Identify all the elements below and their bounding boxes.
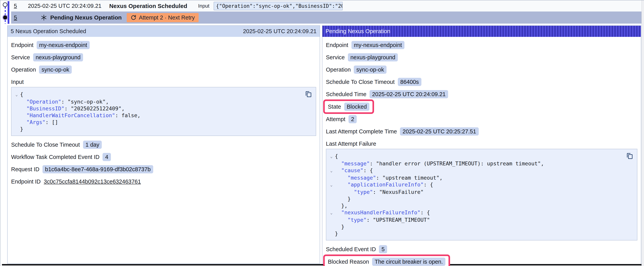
code-line: } [328, 230, 625, 237]
json-value: { [335, 153, 338, 159]
field-row: Operationsync-op-ok [11, 66, 72, 74]
scrollbar[interactable] [642, 1, 644, 266]
field-value-chip: nexus-playground [33, 53, 83, 61]
code-text: "cause": { [335, 167, 373, 174]
code-text: "type": "UPSTREAM_TIMEOUT" [335, 216, 430, 223]
field-row: Servicenexus-playground [11, 54, 83, 61]
code-gutter [13, 126, 20, 132]
code-line: "Operation": "sync-op-ok", [13, 98, 304, 105]
pending-fields-bottom: Scheduled Event ID5Blocked ReasonThe cir… [326, 245, 637, 266]
code-line: "type": "UPSTREAM_TIMEOUT" [328, 216, 625, 223]
json-key: "message" [335, 175, 376, 181]
chevron-down-icon[interactable]: ⌄ [328, 153, 335, 160]
json-value: : [] [46, 119, 58, 125]
code-text: { [335, 153, 338, 160]
field-row: Endpointmy-nexus-endpoint [326, 41, 404, 49]
field-label: Request ID [11, 166, 39, 173]
event-title: Nexus Operation Scheduled [109, 3, 187, 9]
code-gutter [13, 112, 20, 119]
chevron-down-icon[interactable]: ⌄ [13, 91, 20, 98]
retry-badge-label: Attempt 2 · Next Retry [139, 15, 195, 21]
field-label: State [328, 104, 341, 110]
code-text: } [335, 223, 344, 230]
code-text: } [335, 195, 351, 202]
retry-badge: Attempt 2 · Next Retry [127, 13, 198, 22]
chevron-down-icon[interactable]: ⌄ [328, 181, 335, 189]
field-row: Scheduled Event ID5 [326, 245, 387, 253]
field-label: Operation [326, 67, 351, 73]
event-row-scheduled[interactable]: 5 2025-02-25 UTC 20:24:09.21 Nexus Opera… [11, 1, 642, 12]
field-row: Blocked ReasonThe circuit breaker is ope… [323, 254, 450, 266]
timeline-markers [0, 1, 11, 26]
event-row-pending[interactable]: 5 Pending Nexus Operation Attempt 2 · Ne… [11, 12, 642, 24]
field-label: Last Attempt Complete Time [326, 128, 397, 135]
field-row: Servicenexus-playground [326, 54, 398, 61]
code-text: "message": "handler error (UPSTREAM_TIME… [335, 160, 544, 167]
event-id-link[interactable]: 5 [14, 14, 17, 21]
code-line: "message": "upstream timeout", [328, 174, 625, 181]
field-label: Endpoint ID [11, 178, 41, 185]
json-key: "Args" [20, 119, 46, 125]
field-value-chip: 2025-02-25 UTC 20:25:27.51 [400, 127, 478, 136]
pending-fields-top: Endpointmy-nexus-endpointServicenexus-pl… [326, 41, 637, 135]
field-row: Request IDb1c6a4bc-8ee7-468a-9169-df3b02… [11, 165, 153, 173]
code-line: ⌄ "applicationFailureInfo": { [328, 181, 625, 189]
field-row: Schedule To Close Timeout1 day [11, 141, 102, 149]
json-key: "type" [335, 189, 373, 195]
field-value-chip: b1c6a4bc-8ee7-468a-9169-df3b02c8737b [42, 165, 153, 173]
event-marker-filled-icon[interactable] [3, 16, 7, 20]
code-text: "BusinessID": "20250225122409", [20, 105, 124, 112]
code-line: ⌄{ [328, 153, 625, 160]
json-value: : { [420, 209, 430, 215]
field-label: Endpoint [11, 42, 34, 48]
scheduled-fields-top: Endpointmy-nexus-endpointServicenexus-pl… [11, 41, 316, 74]
pending-panel-header: Pending Nexus Operation [322, 26, 641, 37]
copy-icon[interactable] [305, 91, 312, 98]
input-json-viewer: ⌄{ "Operation": "sync-op-ok", "BusinessI… [11, 87, 316, 136]
field-value-link[interactable]: 3c0c75ccfa8144b092c13ce632463761 [44, 178, 141, 185]
code-text: "applicationFailureInfo": { [335, 181, 433, 189]
field-value-chip: 4 [102, 153, 111, 161]
code-line: "type": "NexusFailure" [328, 189, 625, 195]
field-label: Service [326, 54, 345, 61]
field-value-chip: 2025-02-25 UTC 20:24:09.21 [370, 90, 448, 98]
input-label: Input [198, 3, 210, 9]
json-value: : { [424, 182, 433, 188]
code-text: "HandlerWaitForCancellation": false, [20, 112, 140, 119]
field-label: Attempt [326, 116, 346, 122]
code-gutter [328, 216, 335, 223]
code-gutter [13, 105, 20, 112]
retry-icon [130, 15, 136, 21]
code-line: "BusinessID": "20250225122409", [13, 105, 304, 112]
code-line: "message": "handler error (UPSTREAM_TIME… [328, 160, 625, 167]
code-text: "nexusHandlerFailureInfo": { [335, 209, 430, 216]
json-key: "nexusHandlerFailureInfo" [335, 209, 420, 215]
code-gutter [328, 195, 335, 202]
json-value: : "handler error (UPSTREAM_TIMEOUT): ups… [370, 160, 544, 167]
json-value: } [20, 126, 23, 132]
chevron-down-icon[interactable]: ⌄ [328, 167, 335, 174]
json-value: : "upstream timeout", [376, 175, 442, 181]
field-row: StateBlocked [323, 99, 374, 114]
code-gutter [328, 174, 335, 181]
field-value-chip: my-nexus-endpoint [352, 41, 405, 49]
field-value-chip: The circuit breaker is open. [372, 257, 446, 266]
panel-timestamp: 2025-02-25 UTC 20:24:09.21 [243, 28, 316, 35]
code-line: } [328, 223, 625, 230]
scheduled-event-panel: 5 Nexus Operation Scheduled 2025-02-25 U… [7, 25, 320, 264]
code-gutter [13, 119, 20, 126]
code-line: } [13, 126, 304, 132]
failure-section-label: Last Attempt Failure [326, 140, 637, 148]
field-row: Schedule To Close Timeout86400s [326, 78, 422, 86]
field-row: Endpoint ID3c0c75ccfa8144b092c13ce632463… [11, 178, 141, 185]
event-marker-open-icon[interactable] [3, 2, 8, 7]
field-label: Service [11, 54, 30, 61]
json-value: : "NexusFailure" [373, 189, 424, 195]
code-text: "Operation": "sync-op-ok", [20, 98, 109, 105]
code-line: ⌄ "nexusHandlerFailureInfo": { [328, 209, 625, 216]
chevron-down-icon[interactable]: ⌄ [328, 209, 335, 216]
copy-icon[interactable] [626, 152, 633, 160]
event-id-link[interactable]: 5 [14, 3, 17, 9]
json-value: : "UPSTREAM_TIMEOUT" [367, 217, 430, 223]
scheduled-panel-header: 5 Nexus Operation Scheduled 2025-02-25 U… [8, 26, 320, 37]
